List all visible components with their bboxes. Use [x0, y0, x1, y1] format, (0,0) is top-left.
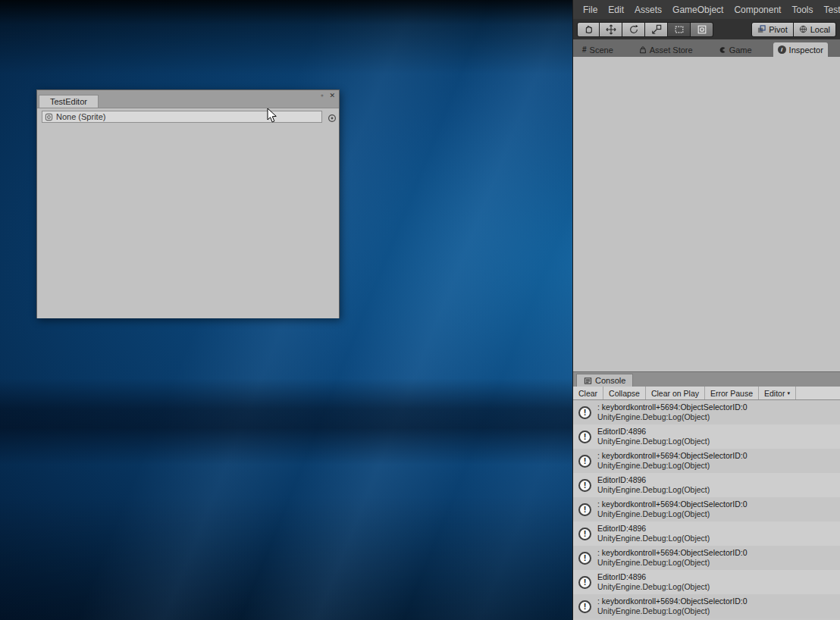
scene-grid-icon: # [582, 45, 587, 54]
transform-tool-button[interactable] [691, 22, 713, 37]
hand-tool-button[interactable] [577, 22, 600, 37]
log-info-icon: ! [578, 552, 591, 565]
console-panel: Console Clear Collapse Clear on Play Err… [573, 371, 840, 620]
rect-tool-button[interactable] [668, 22, 691, 37]
tab-scene[interactable]: # Scene [578, 42, 618, 57]
log-stacktrace: UnityEngine.Debug:Log(Object) [597, 412, 748, 422]
game-pacman-icon [719, 46, 726, 54]
maximize-icon[interactable]: ▫ [321, 92, 323, 99]
test-editor-window: TestEditor ▫ ✕ ≡ None (Sprite) [36, 89, 340, 318]
log-message: : keybordkontroll+5694:ObjectSelectorID:… [597, 548, 748, 558]
console-log-entry[interactable]: ! : keybordkontroll+5694:ObjectSelectorI… [573, 546, 840, 570]
transform-tools-group [577, 22, 713, 37]
sprite-object-field[interactable]: None (Sprite) [42, 111, 322, 123]
move-icon [606, 24, 616, 35]
object-picker-icon[interactable] [328, 112, 337, 121]
log-stacktrace: UnityEngine.Debug:Log(Object) [597, 558, 748, 568]
tab-game[interactable]: Game [714, 42, 757, 57]
pivot-toggle-button[interactable]: Pivot [751, 22, 793, 37]
test-editor-body: None (Sprite) [37, 108, 339, 318]
test-editor-titlebar[interactable]: TestEditor ▫ ✕ [37, 90, 339, 108]
menu-item[interactable]: Edit [603, 5, 629, 15]
log-stacktrace: UnityEngine.Debug:Log(Object) [597, 606, 748, 616]
console-log-entry[interactable]: ! : keybordkontroll+5694:ObjectSelectorI… [573, 449, 840, 473]
log-stacktrace: UnityEngine.Debug:Log(Object) [597, 437, 710, 446]
log-stacktrace: UnityEngine.Debug:Log(Object) [597, 509, 748, 519]
rect-icon [674, 24, 685, 35]
console-header: Console [573, 371, 840, 387]
clear-on-play-button[interactable]: Clear on Play [646, 387, 705, 399]
inspector-panel [573, 57, 840, 371]
scale-tool-button[interactable] [645, 22, 668, 37]
menu-bar: File Edit Assets GameObject Component To… [573, 0, 840, 19]
log-message: : keybordkontroll+5694:ObjectSelectorID:… [597, 451, 748, 461]
editor-dropdown[interactable]: Editor ▾ [759, 387, 796, 399]
error-pause-button[interactable]: Error Pause [705, 387, 759, 399]
clear-button[interactable]: Clear [573, 387, 603, 399]
main-toolbar: Pivot Local [573, 19, 840, 39]
move-tool-button[interactable] [600, 22, 622, 37]
sprite-icon [45, 113, 53, 121]
menu-item[interactable]: Component [729, 5, 786, 15]
view-tab-bar: # Scene Asset Store Game i Inspector [573, 39, 840, 57]
test-editor-title-tab[interactable]: TestEditor [39, 95, 99, 108]
console-log-entry[interactable]: ! EditorID:4896 UnityEngine.Debug:Log(Ob… [573, 424, 840, 449]
local-toggle-button[interactable]: Local [794, 22, 836, 37]
log-stacktrace: UnityEngine.Debug:Log(Object) [597, 485, 710, 495]
log-info-icon: ! [578, 503, 591, 516]
menu-item[interactable]: File [578, 5, 603, 15]
console-toolbar: Clear Collapse Clear on Play Error Pause… [573, 387, 840, 400]
log-info-icon: ! [578, 479, 591, 492]
collapse-button[interactable]: Collapse [603, 387, 646, 399]
rotate-tool-button[interactable] [622, 22, 645, 37]
rotate-icon [628, 24, 639, 35]
console-list-icon [584, 377, 592, 385]
log-info-icon: ! [578, 431, 591, 443]
log-stacktrace: UnityEngine.Debug:Log(Object) [597, 461, 748, 471]
pivot-handle-group: Pivot Local [751, 22, 836, 37]
pivot-icon [757, 25, 766, 33]
log-message: : keybordkontroll+5694:ObjectSelectorID:… [597, 597, 748, 606]
log-info-icon: ! [578, 455, 591, 468]
transform-icon [697, 24, 707, 35]
log-info-icon: ! [578, 528, 591, 540]
tab-inspector[interactable]: i Inspector [773, 42, 828, 57]
log-stacktrace: UnityEngine.Debug:Log(Object) [597, 534, 710, 543]
log-message: : keybordkontroll+5694:ObjectSelectorID:… [597, 499, 748, 509]
tab-asset-store[interactable]: Asset Store [635, 42, 697, 57]
menu-item[interactable]: GameObject [667, 5, 729, 15]
log-info-icon: ! [578, 600, 591, 613]
shopping-bag-icon [639, 46, 647, 54]
object-field-value: None (Sprite) [56, 112, 105, 121]
globe-icon [799, 25, 807, 33]
console-log-entry[interactable]: ! : keybordkontroll+5694:ObjectSelectorI… [573, 400, 840, 424]
console-log-entry[interactable]: ! : keybordkontroll+5694:ObjectSelectorI… [573, 497, 840, 521]
log-message: EditorID:4896 [597, 524, 710, 534]
menu-item[interactable]: Test [818, 5, 840, 15]
log-message: EditorID:4896 [597, 572, 710, 582]
test-editor-title: TestEditor [50, 97, 87, 106]
log-stacktrace: UnityEngine.Debug:Log(Object) [597, 582, 710, 592]
console-log-entry[interactable]: ! EditorID:4896 UnityEngine.Debug:Log(Ob… [573, 473, 840, 497]
log-message: EditorID:4896 [597, 475, 710, 485]
hand-icon [583, 24, 594, 35]
log-info-icon: ! [578, 576, 591, 589]
console-log-entry[interactable]: ! EditorID:4896 UnityEngine.Debug:Log(Ob… [573, 521, 840, 546]
menu-item[interactable]: Assets [629, 5, 667, 15]
inspector-info-icon: i [778, 45, 786, 54]
tab-console[interactable]: Console [576, 374, 633, 387]
console-log-entry[interactable]: ! EditorID:4896 UnityEngine.Debug:Log(Ob… [573, 570, 840, 594]
chevron-down-icon: ▾ [787, 390, 790, 396]
menu-item[interactable]: Tools [786, 5, 818, 15]
close-icon[interactable]: ✕ [329, 92, 335, 99]
log-info-icon: ! [578, 406, 591, 419]
log-message: : keybordkontroll+5694:ObjectSelectorID:… [597, 402, 748, 412]
log-message: EditorID:4896 [597, 427, 710, 437]
console-log-entry[interactable]: ! : keybordkontroll+5694:ObjectSelectorI… [573, 594, 840, 618]
scale-icon [651, 24, 662, 35]
unity-editor-panel: File Edit Assets GameObject Component To… [572, 0, 840, 620]
console-log-list[interactable]: ! : keybordkontroll+5694:ObjectSelectorI… [573, 400, 840, 620]
